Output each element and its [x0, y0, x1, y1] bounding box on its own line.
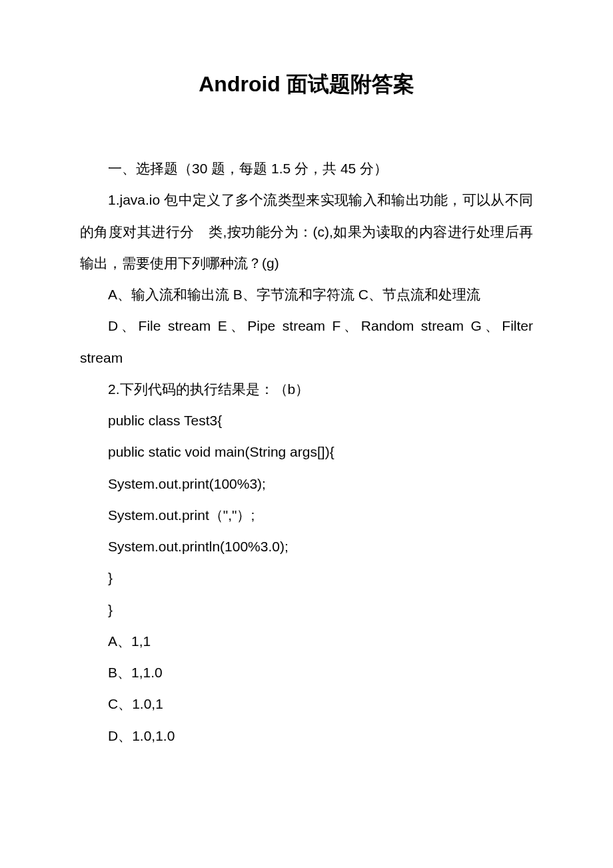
- question-2-code-line-5: System.out.println(100%3.0);: [80, 531, 533, 562]
- question-2-code-line-6: }: [80, 562, 533, 593]
- question-1-options-row2: D、File stream E、Pipe stream F、Random str…: [80, 310, 533, 373]
- question-1-options-row1: A、输入流和输出流 B、字节流和字符流 C、节点流和处理流: [80, 279, 533, 310]
- section-header: 一、选择题（30 题，每题 1.5 分，共 45 分）: [80, 153, 533, 184]
- question-2-code-line-3: System.out.print(100%3);: [80, 468, 533, 499]
- question-1-text: 1.java.io 包中定义了多个流类型来实现输入和输出功能，可以从不同的角度对…: [80, 184, 533, 279]
- question-2-text: 2.下列代码的执行结果是：（b）: [80, 373, 533, 405]
- question-2-code-line-4: System.out.print（","）;: [80, 499, 533, 531]
- question-2-option-c: C、1.0,1: [80, 688, 533, 719]
- question-2-code-line-2: public static void main(String args[]){: [80, 436, 533, 467]
- question-2-code-line-7: }: [80, 594, 533, 625]
- question-2-option-b: B、1,1.0: [80, 657, 533, 688]
- question-2-option-d: D、1.0,1.0: [80, 720, 533, 751]
- question-2-option-a: A、1,1: [80, 625, 533, 657]
- question-2-code-line-1: public class Test3{: [80, 405, 533, 436]
- document-title: Android 面试题附答案: [80, 70, 533, 99]
- document-content: 一、选择题（30 题，每题 1.5 分，共 45 分） 1.java.io 包中…: [80, 153, 533, 751]
